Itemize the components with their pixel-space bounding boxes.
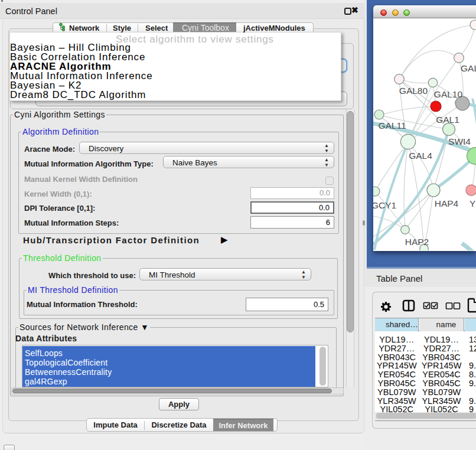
svg-text:HAP4: HAP4 — [435, 198, 459, 208]
svg-text:GAL11: GAL11 — [378, 120, 406, 131]
svg-text:GAL80: GAL80 — [399, 86, 428, 96]
svg-text:YE: YE — [470, 198, 476, 208]
svg-text:GAL4: GAL4 — [409, 151, 432, 161]
svg-text:GAL1: GAL1 — [436, 115, 459, 125]
svg-text:GCY1: GCY1 — [373, 200, 396, 210]
svg-text:SWI4: SWI4 — [448, 136, 471, 146]
svg-text:GAL10: GAL10 — [434, 89, 463, 99]
svg-text:GAL7: GAL7 — [461, 63, 476, 73]
svg-text:HAP2: HAP2 — [405, 237, 429, 247]
